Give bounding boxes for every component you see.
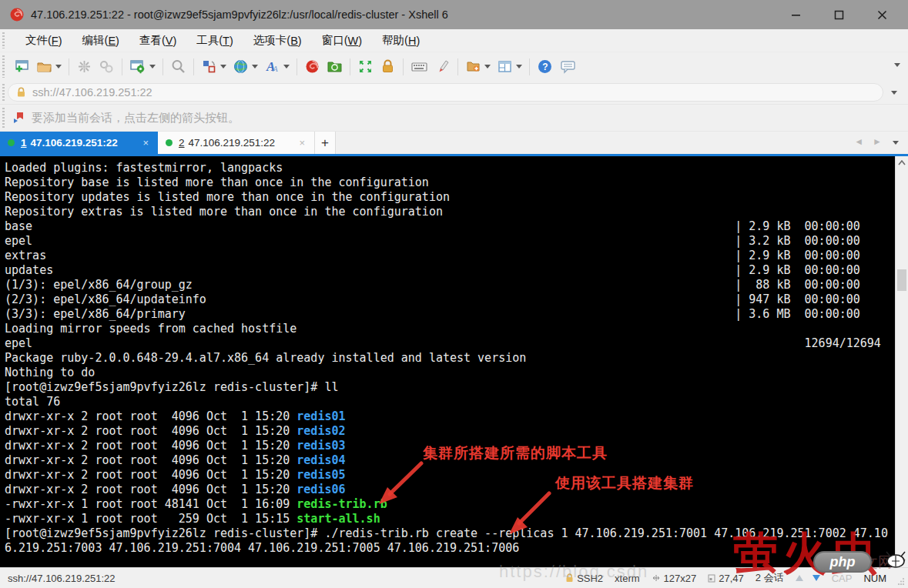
terminal-line: (1/3): epel/x86_64/group_gz | 88 kB 00:0… xyxy=(5,278,894,292)
addressbar-grip[interactable] xyxy=(2,84,5,101)
compose-bar-icon xyxy=(201,58,217,75)
address-input[interactable]: ssh://47.106.219.251:22 xyxy=(8,83,883,102)
status-bar: ssh://47.106.219.251:22 SSH2 xterm 127x2… xyxy=(0,567,908,588)
highlighter-button[interactable] xyxy=(431,55,454,79)
svg-text:A: A xyxy=(272,64,278,73)
resize-grip[interactable] xyxy=(897,577,905,585)
menu-item-B[interactable]: 选项卡(B) xyxy=(243,29,312,52)
close-button[interactable] xyxy=(876,8,888,21)
lock-screen-button[interactable] xyxy=(377,55,399,79)
tab-scroll-left-icon[interactable]: ◄ xyxy=(854,136,863,147)
download-arrow-icon[interactable] xyxy=(813,575,820,581)
terminal-line: -rwxr-xr-x 1 root root 259 Oct 1 15:15 s… xyxy=(5,512,894,526)
new-file-button[interactable] xyxy=(462,55,494,79)
scrollbar-thumb[interactable] xyxy=(897,269,906,291)
status-caps-lock[interactable]: CAP xyxy=(832,573,853,584)
toolbar: A A xyxy=(0,52,908,81)
tab-session-1[interactable]: 147.106.219.251:22 × xyxy=(0,132,158,154)
toolbar-grip[interactable] xyxy=(2,55,5,78)
maximize-button[interactable] xyxy=(833,8,845,21)
font-button[interactable]: A A xyxy=(261,55,293,79)
lock-icon xyxy=(565,573,574,583)
terminal-line: Repository extras is listed more than on… xyxy=(5,205,894,219)
menu-item-E[interactable]: 编辑(E) xyxy=(72,29,129,52)
open-folder-icon xyxy=(36,58,52,75)
new-session-icon xyxy=(14,58,30,75)
address-dropdown-icon[interactable] xyxy=(891,91,897,95)
tab-close-icon[interactable]: × xyxy=(297,136,307,149)
fullscreen-button[interactable] xyxy=(354,55,377,79)
encoding-button[interactable] xyxy=(230,55,261,79)
minimize-button[interactable] xyxy=(789,8,802,21)
terminal[interactable]: Loaded plugins: fastestmirror, langpacks… xyxy=(0,156,908,567)
scroll-down-icon[interactable] xyxy=(896,555,908,567)
help-button[interactable]: ? xyxy=(534,55,556,79)
menu-item-T[interactable]: 工具(T) xyxy=(186,29,243,52)
toolbar-overflow-icon[interactable] xyxy=(894,63,900,67)
compose-button[interactable] xyxy=(198,55,230,79)
terminal-line: Repository updates is listed more than o… xyxy=(5,190,894,205)
xftp-button[interactable] xyxy=(323,55,346,79)
annotation-note-2: 使用该工具搭建集群 xyxy=(555,473,694,493)
session-properties-icon xyxy=(129,58,146,75)
terminal-scrollbar[interactable] xyxy=(895,156,908,567)
chevron-down-icon xyxy=(484,65,491,68)
speech-bubble-icon xyxy=(559,58,577,75)
info-bar: 要添加当前会话，点击左侧的箭头按钮。 xyxy=(0,105,908,132)
xshell-button[interactable] xyxy=(301,55,323,79)
terminal-line: Loading mirror speeds from cached hostfi… xyxy=(5,322,894,336)
scroll-up-icon[interactable] xyxy=(896,156,908,169)
terminal-line: -rwxr-xr-x 1 root root 48141 Oct 1 16:09… xyxy=(5,497,894,512)
tab-scroll-right-icon[interactable]: ► xyxy=(873,136,882,147)
status-num-lock[interactable]: NUM xyxy=(863,573,886,584)
new-session-button[interactable] xyxy=(11,55,33,79)
upload-arrow-icon[interactable] xyxy=(796,575,803,581)
menu-item-V[interactable]: 查看(V) xyxy=(129,29,186,52)
reconnect-button[interactable] xyxy=(95,55,118,79)
terminal-line: (3/3): epel/x86_64/primary | 3.6 MB 00:0… xyxy=(5,307,894,322)
terminal-line: drwxr-xr-x 2 root root 4096 Oct 1 15:20 … xyxy=(5,424,894,439)
open-session-button[interactable] xyxy=(33,55,65,79)
chevron-down-icon xyxy=(220,65,226,68)
terminal-line: Loaded plugins: fastestmirror, langpacks xyxy=(5,161,894,175)
xftp-folder-icon xyxy=(327,58,343,75)
disconnect-button[interactable] xyxy=(73,55,95,79)
terminal-text: Loaded plugins: fastestmirror, langpacks… xyxy=(5,161,894,556)
tile-layout-button[interactable] xyxy=(494,55,525,79)
tab-list-icon[interactable] xyxy=(893,141,899,145)
terminal-line: total 76 xyxy=(5,395,894,409)
chevron-down-icon xyxy=(283,65,290,68)
chevron-down-icon xyxy=(516,65,522,68)
menu-item-F[interactable]: 文件(F) xyxy=(15,29,72,52)
resize-arrows-icon xyxy=(652,574,661,582)
info-message: 要添加当前会话，点击左侧的箭头按钮。 xyxy=(32,111,240,125)
keyboard-icon xyxy=(410,58,428,75)
new-tab-button[interactable]: + xyxy=(315,132,336,154)
terminal-line: 6.219.251:7003 47.106.219.251:7004 47.10… xyxy=(5,541,894,556)
terminal-line: (2/3): epel/x86_64/updateinfo | 947 kB 0… xyxy=(5,292,894,307)
help-icon: ? xyxy=(537,58,553,75)
find-button[interactable] xyxy=(167,55,189,79)
xshell-swirl-icon xyxy=(304,58,320,75)
menu-item-W[interactable]: 窗口(W) xyxy=(312,29,372,52)
properties-button[interactable] xyxy=(126,55,159,79)
terminal-line: drwxr-xr-x 2 root root 4096 Oct 1 15:20 … xyxy=(5,483,894,497)
terminal-line: epel 12694/12694 xyxy=(5,336,894,351)
status-protocol: SSH2 xyxy=(565,573,603,584)
search-icon xyxy=(170,58,186,75)
menubar-grip[interactable] xyxy=(2,32,5,48)
status-cursor-position: 27,47 xyxy=(708,573,744,584)
chevron-down-icon xyxy=(149,65,156,68)
terminal-line: Nothing to do xyxy=(5,366,894,380)
feedback-button[interactable] xyxy=(556,55,580,79)
connected-dot-icon xyxy=(166,139,173,146)
ssl-lock-icon xyxy=(16,87,26,98)
tab-session-2[interactable]: 247.106.219.251:22 × xyxy=(158,132,315,154)
menu-item-H[interactable]: 帮助(H) xyxy=(372,29,430,52)
virtual-keyboard-button[interactable] xyxy=(407,55,431,79)
terminal-line: [root@izwz9ef5sjam9pvfyiz26lz redis-clus… xyxy=(5,380,894,395)
chevron-down-icon xyxy=(55,65,62,68)
tab-close-icon[interactable]: × xyxy=(141,136,150,149)
infobar-grip[interactable] xyxy=(2,108,5,128)
globe-icon xyxy=(233,58,249,75)
